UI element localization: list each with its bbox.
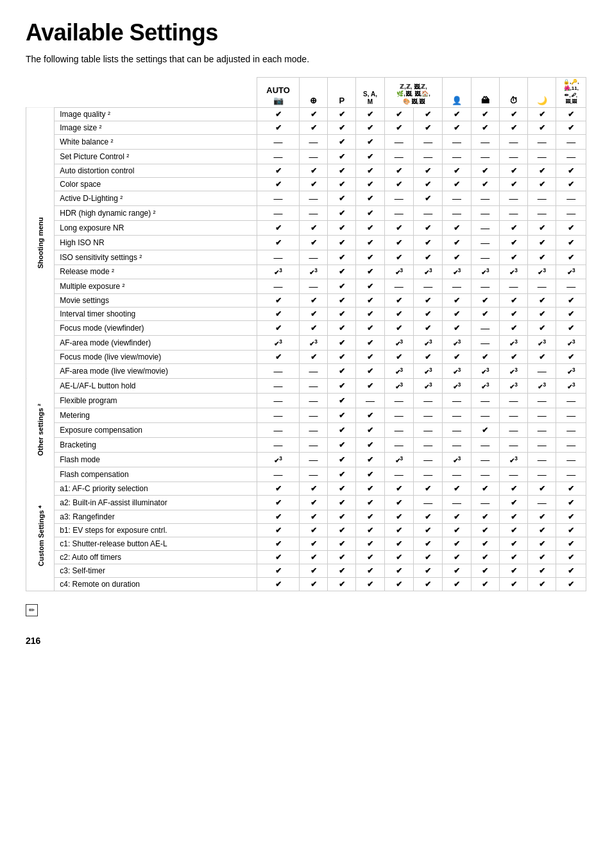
col-header-sam: S, A,M xyxy=(356,78,384,108)
settings-table: AUTO📷 ⊕ P S, A,M ℤ,ℤ, 🖼,ℤ, xyxy=(26,77,586,591)
cell-value: ✔ xyxy=(384,350,413,363)
cell-value: ✔ xyxy=(257,482,300,495)
cell-value: — xyxy=(384,393,413,408)
cell-value: — xyxy=(384,408,413,422)
cell-value: ✔ xyxy=(299,577,327,591)
cell-value: ✔ xyxy=(556,235,586,250)
row-label: Bracketing xyxy=(55,437,257,452)
cell-value: ✔3 xyxy=(471,378,499,393)
cell-value: ✔ xyxy=(384,293,413,307)
col-header-auto: AUTO📷 xyxy=(257,78,300,108)
cell-value: ✔ xyxy=(328,220,356,235)
cell-value: ✔ xyxy=(257,320,300,335)
cell-value: — xyxy=(257,437,300,452)
cell-value: ✔ xyxy=(356,408,384,422)
cell-value: ✔ xyxy=(443,320,471,335)
cell-value: ✔ xyxy=(499,320,527,335)
cell-value: ✔ xyxy=(384,495,413,510)
cell-value: ✔ xyxy=(528,235,556,250)
cell-value: — xyxy=(257,149,300,164)
cell-value: ✔ xyxy=(299,235,327,250)
cell-value: ✔3 xyxy=(471,363,499,378)
col-header-special: 🔒,🔑, 🌺,11, ✏,🖊, 🖼,🖼 xyxy=(556,78,586,108)
row-label: Image quality ² xyxy=(55,107,257,121)
cell-value: ✔ xyxy=(443,577,471,591)
cell-value: — xyxy=(257,408,300,422)
cell-value: ✔ xyxy=(257,550,300,564)
cell-value: — xyxy=(299,134,327,149)
cell-value: ✔ xyxy=(528,177,556,191)
cell-value: ✔ xyxy=(499,523,527,537)
cell-value: — xyxy=(299,205,327,220)
cell-value: ✔ xyxy=(443,523,471,537)
cell-value: ✔ xyxy=(328,134,356,149)
cell-value: ✔3 xyxy=(384,452,413,467)
cell-value: — xyxy=(556,279,586,293)
cell-value: ✔ xyxy=(257,350,300,363)
cell-value: ✔ xyxy=(328,235,356,250)
cell-value: ✔ xyxy=(299,350,327,363)
cell-value: ✔ xyxy=(299,482,327,495)
cell-value: ✔ xyxy=(299,564,327,577)
cell-value: ✔ xyxy=(356,134,384,149)
cell-value: ✔ xyxy=(257,121,300,134)
cell-value: ✔ xyxy=(499,482,527,495)
cell-value: ✔3 xyxy=(499,363,527,378)
cell-value: ✔ xyxy=(414,250,443,265)
cell-value: ✔ xyxy=(556,550,586,564)
cell-value: ✔ xyxy=(257,577,300,591)
cell-value: ✔ xyxy=(356,250,384,265)
cell-value: ✔ xyxy=(443,510,471,523)
cell-value: ✔3 xyxy=(556,335,586,350)
cell-value: ✔ xyxy=(384,235,413,250)
cell-value: — xyxy=(414,437,443,452)
cell-value: ✔3 xyxy=(499,265,527,279)
cell-value: ✔ xyxy=(384,177,413,191)
cell-value: ✔ xyxy=(299,550,327,564)
cell-value: ✔ xyxy=(499,121,527,134)
cell-value: — xyxy=(556,205,586,220)
cell-value: ✔ xyxy=(257,293,300,307)
cell-value: ✔ xyxy=(328,191,356,205)
cell-value: — xyxy=(471,250,499,265)
cell-value: ✔ xyxy=(328,149,356,164)
cell-value: ✔ xyxy=(299,293,327,307)
cell-value: ✔ xyxy=(414,564,443,577)
cell-value: — xyxy=(384,422,413,437)
cell-value: — xyxy=(499,422,527,437)
cell-value: ✔ xyxy=(257,177,300,191)
cell-value: ✔ xyxy=(471,107,499,121)
cell-value: ✔ xyxy=(356,495,384,510)
cell-value: ✔ xyxy=(414,320,443,335)
cell-value: — xyxy=(556,191,586,205)
cell-value: ✔3 xyxy=(556,378,586,393)
cell-value: ✔ xyxy=(257,164,300,177)
cell-value: — xyxy=(414,279,443,293)
cell-value: ✔ xyxy=(257,523,300,537)
cell-value: ✔ xyxy=(299,537,327,550)
cell-value: ✔ xyxy=(471,564,499,577)
cell-value: — xyxy=(414,452,443,467)
cell-value: ✔3 xyxy=(414,265,443,279)
cell-value: ✔ xyxy=(299,320,327,335)
cell-value: ✔ xyxy=(443,164,471,177)
cell-value: — xyxy=(299,363,327,378)
cell-value: — xyxy=(471,235,499,250)
cell-value: ✔ xyxy=(471,121,499,134)
cell-value: ✔ xyxy=(556,164,586,177)
cell-value: ✔ xyxy=(499,164,527,177)
cell-value: ✔ xyxy=(556,177,586,191)
cell-value: ✔ xyxy=(328,378,356,393)
cell-value: ✔ xyxy=(556,482,586,495)
cell-value: ✔3 xyxy=(257,335,300,350)
bottom-note: ✏ xyxy=(26,604,586,616)
row-label: Focus mode (live view/movie) xyxy=(55,350,257,363)
cell-value: ✔ xyxy=(328,177,356,191)
cell-value: — xyxy=(528,437,556,452)
cell-value: — xyxy=(471,134,499,149)
row-label: b1: EV steps for exposure cntrl. xyxy=(55,523,257,537)
cell-value: ✔ xyxy=(471,550,499,564)
cell-value: ✔ xyxy=(328,350,356,363)
cell-value: — xyxy=(443,205,471,220)
cell-value: ✔ xyxy=(328,293,356,307)
